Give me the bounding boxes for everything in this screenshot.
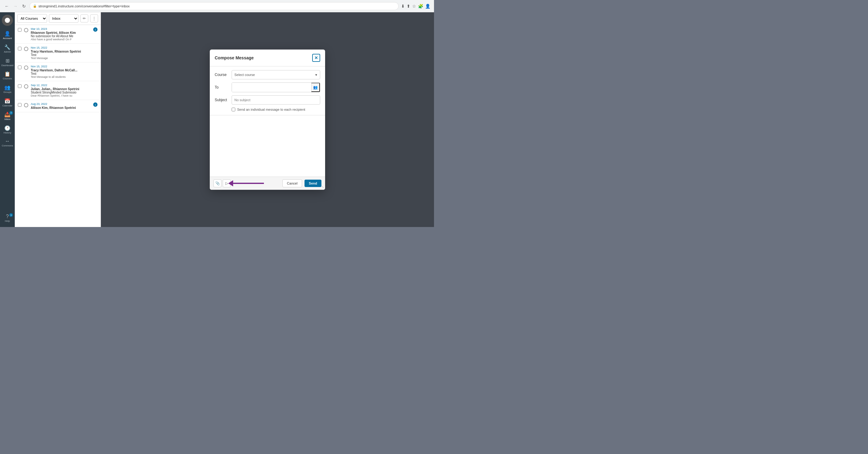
message-radio[interactable] [24,103,28,107]
message-subject: Test [31,53,97,57]
bookmark-icon[interactable]: ☆ [412,4,416,9]
message-body-area[interactable] [210,115,325,177]
message-sender: Tracy Harelson, Dalton McCall... [31,69,97,72]
dashboard-icon: ⊞ [5,58,9,64]
sidebar-label-commons: Commons [2,145,13,147]
history-icon: 🕐 [4,125,10,131]
sidebar-label-inbox: Inbox [4,118,10,121]
commons-icon: ↔ [5,139,10,144]
message-checkbox[interactable] [18,47,22,51]
forward-button[interactable]: → [12,3,19,9]
main-content: Compose Message ✕ Course Select course ▼ [101,12,434,227]
subject-row: Subject [215,95,320,104]
message-checkbox[interactable] [18,103,22,107]
sidebar-logo[interactable] [2,15,13,26]
modal-close-button[interactable]: ✕ [312,54,320,62]
modal-overlay: Compose Message ✕ Course Select course ▼ [101,12,434,227]
sidebar-item-account[interactable]: 👤 Account [1,29,14,42]
message-badge: 1 [93,102,97,107]
sidebar-label-dashboard: Dashboard [1,64,13,67]
admin-icon: 🔧 [4,44,10,50]
help-icon: ? [6,214,9,219]
message-checkbox[interactable] [18,65,22,69]
recipient-picker-button[interactable]: 👥 [311,83,320,92]
account-icon: 👤 [4,31,10,37]
calendar-icon: 📅 [4,98,10,104]
individual-message-label: Send an individual message to each recip… [237,108,305,111]
sidebar-item-dashboard[interactable]: ⊞ Dashboard [1,56,14,69]
sidebar-item-calendar[interactable]: 📅 Calendar [1,96,14,109]
compose-button[interactable]: ✏ [80,14,88,23]
back-button[interactable]: ← [4,3,10,9]
attach-file-button[interactable]: 📎 [214,179,221,187]
sidebar-item-inbox[interactable]: 3 📥 Inbox [1,110,14,123]
subject-input[interactable] [231,95,320,104]
message-badge: 2 [93,27,97,32]
sidebar-item-commons[interactable]: ↔ Commons [1,137,14,149]
course-label: Course [215,72,228,77]
folder-filter-select[interactable]: Inbox [49,14,79,23]
compose-modal: Compose Message ✕ Course Select course ▼ [210,50,325,190]
message-item[interactable]: Nov 15, 2022 Tracy Harelson, Dalton McCa… [15,62,100,81]
course-select[interactable]: Select course [231,70,320,79]
resize-handle[interactable]: ⤡ [321,185,324,188]
sidebar-label-account: Account [3,37,12,40]
modal-title: Compose Message [215,55,254,60]
inbox-badge: 3 [9,111,13,115]
message-sender: Allison Kim, Rhiannon Spetrini [31,106,91,110]
sidebar-item-courses[interactable]: 📋 Courses [1,69,14,82]
reload-button[interactable]: ↻ [21,3,27,9]
message-subject: No submission for All About Me [31,34,91,38]
to-input[interactable] [232,83,311,92]
address-bar[interactable]: 🔒 strongmind1.instructure.com/conversati… [30,2,399,10]
cancel-button[interactable]: Cancel [282,179,302,187]
message-preview: Also have a good weekend! On F [31,38,91,41]
message-sender: Tracy Harelson, Rhiannon Spetrini [31,50,97,53]
message-item[interactable]: Nov 15, 2022 Tracy Harelson, Rhiannon Sp… [15,44,100,62]
message-list: Mar 10, 2023 Rhiannon Spetrini, Allison … [15,25,100,227]
lock-icon: 🔒 [33,4,37,8]
more-options-button[interactable]: ⋮ [90,14,98,23]
sidebar-nav: 👤 Account 🔧 Admin ⊞ Dashboard 📋 Courses … [0,12,15,227]
individual-message-checkbox[interactable] [231,108,235,111]
sidebar-label-admin: Admin [4,51,11,54]
message-content: Aug 23, 2022 Allison Kim, Rhiannon Spetr… [31,102,91,110]
message-date: Nov 15, 2022 [31,46,97,49]
sidebar-item-help[interactable]: 3 ? Help [1,212,14,224]
sidebar-item-admin[interactable]: 🔧 Admin [1,42,14,55]
message-date: Nov 15, 2022 [31,65,97,68]
sidebar-label-calendar: Calendar [2,104,12,107]
profile-icon[interactable]: 👤 [425,4,430,9]
message-radio[interactable] [24,84,28,89]
message-radio[interactable] [24,28,28,32]
extensions-icon[interactable]: 🧩 [418,4,423,9]
message-date: Mar 10, 2023 [31,27,91,30]
message-item[interactable]: Mar 10, 2023 Rhiannon Spetrini, Allison … [15,25,100,44]
message-content: Mar 10, 2023 Rhiannon Spetrini, Allison … [31,27,91,41]
sidebar-item-history[interactable]: 🕐 History [1,123,14,136]
message-radio[interactable] [24,65,28,70]
course-select-wrapper: Select course ▼ [231,70,320,79]
to-label: To [215,85,228,90]
browser-chrome: ← → ↻ 🔒 strongmind1.instructure.com/conv… [0,0,434,12]
modal-body: Course Select course ▼ To � [210,66,325,115]
course-filter-select[interactable]: All Courses [17,14,47,23]
message-checkbox[interactable] [18,28,22,32]
share-icon[interactable]: ⬆ [407,4,410,9]
message-preview: Dear Rhiannon Spetrini, I have su [31,94,97,97]
inbox-toolbar: All Courses Inbox ✏ ⋮ [15,12,100,25]
sidebar-label-courses: Courses [3,78,12,80]
message-checkbox[interactable] [18,84,22,88]
download-icon[interactable]: ⬇ [401,4,405,9]
message-preview: Test Message [31,57,97,60]
message-item[interactable]: Aug 23, 2022 Allison Kim, Rhiannon Spetr… [15,100,100,112]
sidebar-label-groups: Groups [3,91,11,94]
url-text: strongmind1.instructure.com/conversation… [38,4,130,8]
message-sender: Julian, Julian,, Rhiannon Spetrini [31,87,97,91]
send-button[interactable]: Send [305,180,321,187]
sidebar-item-groups[interactable]: 👥 Groups [1,83,14,96]
message-item[interactable]: Sep 12, 2022 Julian, Julian,, Rhiannon S… [15,81,100,100]
message-sender: Rhiannon Spetrini, Allison Kim [31,31,91,34]
courses-icon: 📋 [4,71,10,77]
message-radio[interactable] [24,47,28,51]
